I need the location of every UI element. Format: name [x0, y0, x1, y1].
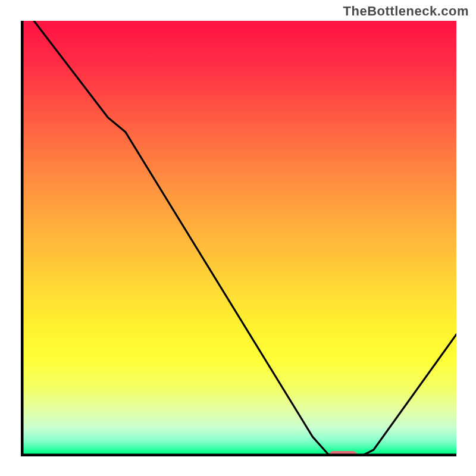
plot-area	[21, 21, 456, 456]
watermark-label: TheBottleneck.com	[343, 4, 469, 19]
bottleneck-chart: TheBottleneck.com	[0, 0, 476, 476]
axes-svg	[21, 21, 456, 456]
